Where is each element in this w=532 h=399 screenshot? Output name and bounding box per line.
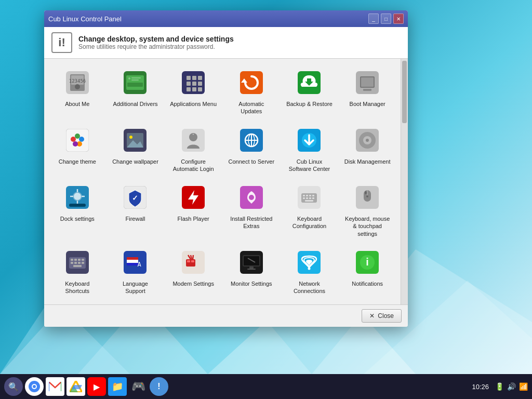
svg-point-118 [308,268,311,270]
icon-item-monitor-settings[interactable]: Monitor Settings [223,244,280,299]
taskbar-cub-icon[interactable]: ! [150,377,168,396]
window-content: 123456About MeAdditional DriversApplicat… [44,59,408,304]
icon-item-dock-settings[interactable]: Dock settings [49,179,105,242]
svg-point-13 [128,77,130,79]
icon-img-change-theme [63,126,92,155]
maximize-button[interactable]: □ [381,14,391,24]
icon-item-configure-autologin[interactable]: +Configure Automatic Login [165,122,221,177]
svg-rect-95 [78,262,81,264]
tray-network-icon: 📶 [519,382,528,391]
icon-img-automatic-updates [237,68,266,97]
icon-item-additional-drivers[interactable]: Additional Drivers [108,64,164,119]
svg-rect-15 [131,79,139,81]
taskbar-tray: 🔋 🔊 📶 [495,382,528,391]
window-close-button[interactable]: ✕ [393,14,404,24]
header-subtitle: Some utilities require the administrator… [78,43,234,50]
svg-rect-93 [71,262,73,264]
svg-point-70 [249,195,254,200]
close-icon: ✕ [369,312,375,320]
icon-label-language-support: Language Support [112,280,158,295]
svg-point-39 [73,141,78,147]
icon-item-connect-to-server[interactable]: Connect to Server [223,122,280,177]
svg-point-59 [73,192,82,201]
icon-item-language-support[interactable]: ALanguage Support [108,244,164,299]
taskbar-chromium-icon[interactable] [25,377,44,396]
window-footer: ✕ Close [44,304,408,327]
icon-label-connect-to-server: Connect to Server [228,158,274,165]
icon-label-notifications: Notifications [352,280,383,287]
scrollbar[interactable] [401,59,408,304]
svg-rect-94 [74,262,77,264]
taskbar-search-icon[interactable]: 🔍 [4,377,23,396]
svg-rect-90 [74,259,77,261]
svg-rect-80 [312,197,314,199]
icon-item-keyboard-config[interactable]: Keyboard Configuration [282,179,338,242]
icon-img-connect-to-server [237,126,266,155]
svg-rect-33 [363,89,371,91]
taskbar-drive-icon[interactable] [66,377,85,396]
icon-label-boot-manager: Boot Manager [350,100,385,108]
icon-item-automatic-updates[interactable]: Automatic Updates [223,64,280,119]
icon-item-boot-manager[interactable]: Boot Manager [339,64,395,119]
icon-img-kb-mouse-touchpad [353,183,382,212]
icon-item-modem-settings[interactable]: Modem Settings [165,244,221,299]
icon-img-disk-management [353,126,382,155]
icon-item-change-theme[interactable]: Change theme [49,122,105,177]
icon-item-about-me[interactable]: 123456About Me [49,64,105,119]
svg-rect-78 [306,197,308,199]
svg-rect-75 [309,195,311,196]
icon-item-disk-management[interactable]: Disk Management [339,122,395,177]
icon-img-applications-menu [179,68,208,97]
icon-item-flash-player[interactable]: Flash Player [165,179,221,242]
svg-rect-85 [365,191,367,194]
icon-label-about-me: About Me [65,100,89,108]
icon-img-network-connections [295,248,324,277]
svg-rect-73 [303,195,305,196]
icon-img-backup-restore [295,68,324,97]
icon-img-notifications: i [353,248,382,277]
icon-label-kb-mouse-touchpad: Keyboard, mouse & touchpad settings [344,215,391,237]
svg-rect-23 [198,82,202,86]
icon-item-kb-mouse-touchpad[interactable]: Keyboard, mouse & touchpad settings [339,179,395,242]
icon-item-cub-software-center[interactable]: Cub Linux Software Center [282,122,338,177]
control-panel-window: Cub Linux Control Panel _ □ ✕ i! Change … [44,10,408,327]
scrollbar-thumb[interactable] [402,61,407,123]
taskbar-files-icon[interactable]: 📁 [108,377,127,396]
icon-item-notifications[interactable]: iNotifications [339,244,395,299]
close-button[interactable]: ✕ Close [362,309,402,323]
titlebar: Cub Linux Control Panel _ □ ✕ [44,10,408,27]
taskbar-gmail-icon[interactable] [46,377,64,396]
icon-item-backup-restore[interactable]: Backup & Restore [282,64,338,119]
icon-label-configure-autologin: Configure Automatic Login [170,158,217,173]
icon-item-keyboard-shortcuts[interactable]: Keyboard Shortcuts [49,244,105,299]
icon-img-modem-settings [179,248,208,277]
icon-img-firewall: ✓ [121,183,150,212]
svg-rect-24 [187,87,191,91]
icon-img-install-restricted [237,183,266,212]
header-icon: i! [51,32,72,53]
icon-label-dock-settings: Dock settings [60,215,95,222]
minimize-button[interactable]: _ [368,14,379,24]
icons-grid: 123456About MeAdditional DriversApplicat… [49,64,395,299]
svg-rect-81 [305,200,313,202]
icon-item-change-wallpaper[interactable]: Change wallpaper [108,122,164,177]
icon-label-modem-settings: Modem Settings [172,280,214,287]
icon-label-install-restricted: Install Restricted Extras [228,215,275,230]
taskbar-clock: 10:26 [472,383,489,391]
svg-rect-102 [127,263,138,265]
svg-rect-64 [69,204,86,207]
icon-item-applications-menu[interactable]: Applications Menu [165,64,221,119]
tray-volume-icon: 🔊 [507,382,516,391]
svg-line-110 [193,255,193,259]
svg-point-57 [366,139,369,142]
taskbar-youtube-icon[interactable]: ▶ [87,377,106,396]
svg-rect-74 [306,195,308,196]
icon-item-firewall[interactable]: ✓Firewall [108,179,164,242]
svg-point-37 [79,137,84,142]
icon-item-install-restricted[interactable]: Install Restricted Extras [223,179,280,242]
window-controls: _ □ ✕ [368,14,404,24]
icon-item-network-connections[interactable]: Network Connections [282,244,338,299]
svg-rect-16 [127,83,143,87]
icon-label-change-wallpaper: Change wallpaper [112,158,158,165]
taskbar-games-icon[interactable]: 🎮 [129,377,148,396]
